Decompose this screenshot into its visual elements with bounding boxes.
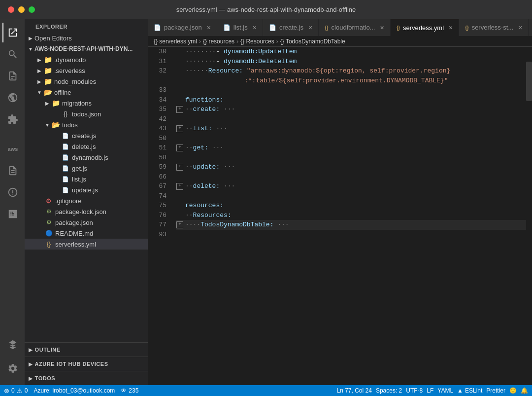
fold-button-67[interactable]: + [176,183,183,190]
activity-git[interactable] [2,182,22,202]
sidebar-item-update-js[interactable]: 📄 update.js [25,184,148,195]
tab-icon-serverless-yml: {} [397,25,400,31]
editor-content[interactable]: 30 31 32 33 34 35 42 43 50 51 58 59 66 6… [148,47,532,385]
sidebar-item-serverless[interactable]: ▶ 📁 .serverless [25,65,148,76]
activity-settings[interactable] [2,359,22,378]
outline-toggle[interactable]: ▶ Outline [25,345,148,355]
status-bell[interactable]: 🔔 [521,387,528,394]
scrollbar-thumb[interactable] [526,62,532,101]
activity-serverless[interactable] [2,335,22,355]
tab-list-js[interactable]: 📄 list.js × [217,19,263,36]
activity-docs[interactable] [2,161,22,180]
status-language[interactable]: YAML [437,387,453,394]
sidebar-item-package-json[interactable]: ⚙ package.json [25,217,148,228]
tab-close-cloudformation[interactable]: × [380,24,384,31]
chevron-icon: ▶ [27,36,34,41]
sidebar-item-node-modules[interactable]: ▶ 📁 node_modules [25,76,148,87]
tab-serverless-yml[interactable]: {} serverless.yml × [391,19,460,36]
tab-serverless-st[interactable]: {} serverless-st... × [459,19,529,36]
tab-close-create-js[interactable]: × [308,24,312,31]
project-root-toggle[interactable]: ▼ AWS-NODE-REST-API-WITH-DYN... [25,43,148,54]
breadcrumb-serverless-yml[interactable]: {} serverless.yml [154,38,197,45]
open-editors-toggle[interactable]: ▶ Open Editors [25,33,148,43]
eye-icon: 👁 [121,387,127,394]
fold-button-59[interactable]: + [176,164,183,171]
sidebar-item-readme[interactable]: 🔵 README.md [25,228,148,239]
sidebar-item-delete-js[interactable]: 📄 delete.js [25,141,148,152]
activity-search[interactable] [2,44,22,64]
file-icon-json2: ⚙ [44,208,53,215]
activity-scm[interactable] [2,66,22,86]
sidebar-item-create-js[interactable]: 📄 create.js [25,130,148,141]
tab-close-serverless-yml[interactable]: × [449,24,453,31]
tab-close-serverless-st[interactable]: × [518,24,522,31]
sidebar-item-list-js[interactable]: 📄 list.js [25,174,148,184]
tab-close-list-js[interactable]: × [253,24,257,31]
status-prettier[interactable]: Prettier [486,387,505,394]
status-errors[interactable]: ⊗ 0 ⚠ 0 [4,387,28,395]
activity-docker[interactable] [2,204,22,224]
activity-aws[interactable]: aws [2,139,22,159]
status-eol[interactable]: LF [427,387,433,394]
error-icon: ⊗ [4,387,9,395]
status-azure[interactable]: Azure: irobot_03@outlook.com [33,387,115,394]
tab-package-json[interactable]: 📄 package.json × [148,19,217,36]
activity-debug[interactable] [2,88,22,108]
todos-toggle[interactable]: ▶ Todos [25,373,148,383]
sidebar-item-migrations[interactable]: ▶ 📁 migrations [25,98,148,108]
sidebar-item-gitignore[interactable]: ⚙ .gitignore [25,195,148,206]
code-line-43: + ··list: ··· [176,124,526,134]
sidebar-item-package-lock[interactable]: ⚙ package-lock.json [25,206,148,217]
maximize-button[interactable] [29,6,35,13]
fold-button-51[interactable]: + [176,144,183,151]
sidebar-item-todos-folder[interactable]: ▼ 📂 todos [25,119,148,130]
sidebar-item-dynamodb-js[interactable]: 📄 dynamodb.js [25,152,148,163]
sidebar-item-dynamodb[interactable]: ▶ 📁 .dynamodb [25,54,148,65]
breadcrumb-resources2[interactable]: {} Resources [240,38,274,45]
status-emoji[interactable]: 🙂 [509,387,517,394]
tab-icon-cloudformation: {} [325,25,328,31]
scrollbar[interactable] [526,47,532,385]
azure-toggle[interactable]: ▶ Azure IoT Hub Devices [25,359,148,369]
window-title: serverless.yml — aws-node-rest-api-with-… [176,6,356,13]
breadcrumb-resources[interactable]: {} resources [203,38,234,45]
chevron-icon: ▶ [43,101,51,106]
activity-extensions[interactable] [2,109,22,129]
smiley-icon: 🙂 [509,387,517,394]
sidebar-item-todos-json[interactable]: {} todos.json [25,108,148,119]
fold-button-77[interactable]: + [176,221,183,228]
item-label-package-lock: package-lock.json [55,208,106,216]
code-line-50 [176,134,526,144]
code-editor[interactable]: ········- dynamodb:UpdateItem ········- … [172,47,526,385]
code-line-32: ······Resource: "arn:aws:dynamodb:${opt:… [176,66,526,76]
eslint-text: ESLint [465,387,482,394]
item-label-list-js: list.js [72,176,86,183]
status-eslint[interactable]: ▲ ESLint [457,387,482,394]
chevron-right-icon: ▶ [29,361,33,367]
code-line-34: functions: [176,95,526,105]
tab-create-js[interactable]: 📄 create.js × [263,19,319,36]
sidebar-item-offline[interactable]: ▼ 📂 offline [25,87,148,98]
item-label-offline: offline [54,89,71,96]
fold-button-43[interactable]: + [176,125,183,132]
status-position[interactable]: Ln 77, Col 24 [336,387,371,394]
sidebar-item-serverless-yml[interactable]: {} serverless.yml [25,239,148,250]
close-button[interactable] [8,6,14,13]
sidebar-item-get-js[interactable]: 📄 get.js [25,163,148,174]
chevron-down-icon: ▼ [27,46,34,52]
status-encoding[interactable]: UTF-8 [406,387,423,394]
tab-icon-serverless-st: {} [465,25,468,31]
breadcrumb-todos-table[interactable]: {} TodosDynamoDbTable [280,38,345,45]
folder-icon: 📁 [43,67,52,74]
tab-close-package-json[interactable]: × [207,24,211,31]
activity-explorer[interactable] [2,23,22,42]
chevron-icon: ▶ [35,79,43,84]
tab-cloudformation[interactable]: {} cloudformatio... × [319,19,390,36]
fold-button-35[interactable]: + [176,106,183,113]
item-label-dynamodb: .dynamodb [54,56,86,64]
status-spaces[interactable]: Spaces: 2 [376,387,402,394]
minimize-button[interactable] [18,6,25,13]
chevron-down-icon: ▼ [43,122,51,128]
status-eye[interactable]: 👁 235 [121,387,138,394]
breadcrumb-sep2: › [236,38,238,45]
